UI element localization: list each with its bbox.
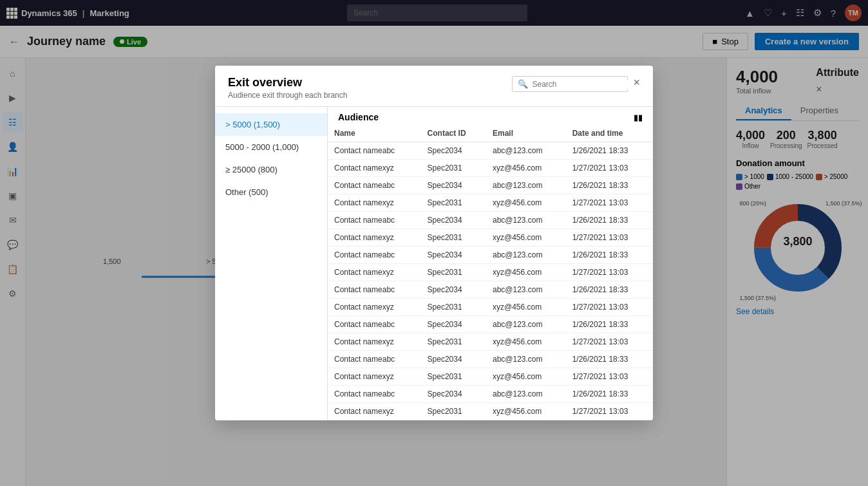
- table-row: Contact namexyz Spec2031 xyz@456.com 1/2…: [328, 229, 653, 247]
- cell-date: 1/26/2021 18:33: [566, 316, 653, 333]
- cell-date: 1/27/2021 13:03: [566, 229, 653, 247]
- cell-contact-id: Spec2034: [421, 316, 486, 333]
- cell-contact-id: Spec2034: [421, 386, 486, 403]
- modal-header: Exit overview Audience exit through each…: [215, 66, 653, 107]
- cell-email: abc@123.com: [486, 281, 566, 299]
- col-contact-id: Contact ID: [421, 125, 486, 142]
- table-row: Contact nameabc Spec2034 abc@123.com 1/2…: [328, 247, 653, 264]
- cell-email: xyz@456.com: [486, 194, 566, 212]
- table-row: Contact namexyz Spec2031 xyz@456.com 1/2…: [328, 368, 653, 386]
- cell-email: xyz@456.com: [486, 229, 566, 247]
- cell-date: 1/26/2021 18:33: [566, 177, 653, 194]
- cell-date: 1/26/2021 18:33: [566, 351, 653, 368]
- modal-list-item-0[interactable]: > 5000 (1,500): [215, 113, 327, 136]
- cell-date: 1/26/2021 18:33: [566, 281, 653, 299]
- cell-date: 1/27/2021 13:03: [566, 403, 653, 420]
- modal-list-item-2[interactable]: ≥ 25000 (800): [215, 158, 327, 181]
- modal-header-right: 🔍 ×: [512, 76, 640, 92]
- cell-name: Contact nameabc: [328, 316, 421, 333]
- cell-name: Contact namexyz: [328, 264, 421, 281]
- cell-contact-id: Spec2031: [421, 403, 486, 420]
- modal-subtitle: Audience exit through each branch: [228, 91, 347, 100]
- cell-name: Contact namexyz: [328, 333, 421, 351]
- cell-contact-id: Spec2034: [421, 212, 486, 229]
- modal-table-header-row: Audience ▮▮: [328, 107, 653, 125]
- cell-contact-id: Spec2034: [421, 281, 486, 299]
- cell-name: Contact nameabc: [328, 177, 421, 194]
- cell-email: xyz@456.com: [486, 333, 566, 351]
- cell-contact-id: Spec2034: [421, 247, 486, 264]
- cell-date: 1/27/2021 13:03: [566, 160, 653, 177]
- cell-date: 1/27/2021 13:03: [566, 368, 653, 386]
- cell-email: abc@123.com: [486, 177, 566, 194]
- modal-search-icon: 🔍: [518, 79, 528, 89]
- cell-name: Contact namexyz: [328, 299, 421, 316]
- cell-name: Contact nameabc: [328, 386, 421, 403]
- cell-date: 1/26/2021 18:33: [566, 247, 653, 264]
- modal-list-item-1[interactable]: 5000 - 2000 (1,000): [215, 136, 327, 158]
- cell-email: xyz@456.com: [486, 403, 566, 420]
- modal-close-button[interactable]: ×: [633, 76, 640, 89]
- cell-email: xyz@456.com: [486, 160, 566, 177]
- cell-contact-id: Spec2031: [421, 333, 486, 351]
- modal-search-input[interactable]: [532, 80, 628, 89]
- cell-name: Contact nameabc: [328, 212, 421, 229]
- table-row: Contact nameabc Spec2034 abc@123.com 1/2…: [328, 281, 653, 299]
- cell-contact-id: Spec2031: [421, 194, 486, 212]
- cell-contact-id: Spec2031: [421, 160, 486, 177]
- cell-name: Contact nameabc: [328, 142, 421, 160]
- cell-email: abc@123.com: [486, 212, 566, 229]
- exit-overview-modal: Exit overview Audience exit through each…: [215, 66, 653, 420]
- cell-name: Contact namexyz: [328, 368, 421, 386]
- cell-name: Contact namexyz: [328, 403, 421, 420]
- table-row: Contact nameabc Spec2034 abc@123.com 1/2…: [328, 351, 653, 368]
- cell-contact-id: Spec2031: [421, 264, 486, 281]
- cell-name: Contact namexyz: [328, 194, 421, 212]
- modal-table-area: Audience ▮▮ Name Contact ID Email Date a…: [328, 107, 653, 420]
- modal-body: > 5000 (1,500) 5000 - 2000 (1,000) ≥ 250…: [215, 107, 653, 420]
- cell-date: 1/27/2021 13:03: [566, 194, 653, 212]
- table-container[interactable]: Name Contact ID Email Date and time Cont…: [328, 125, 653, 420]
- cell-email: xyz@456.com: [486, 264, 566, 281]
- cell-name: Contact nameabc: [328, 247, 421, 264]
- modal-branch-list: > 5000 (1,500) 5000 - 2000 (1,000) ≥ 250…: [215, 107, 328, 420]
- table-row: Contact nameabc Spec2034 abc@123.com 1/2…: [328, 142, 653, 160]
- cell-email: abc@123.com: [486, 316, 566, 333]
- cell-date: 1/26/2021 18:33: [566, 142, 653, 160]
- table-header-row: Name Contact ID Email Date and time: [328, 125, 653, 142]
- col-name: Name: [328, 125, 421, 142]
- table-row: Contact nameabc Spec2034 abc@123.com 1/2…: [328, 386, 653, 403]
- modal-list-item-3[interactable]: Other (500): [215, 181, 327, 203]
- audience-label: Audience: [338, 112, 379, 122]
- cell-email: abc@123.com: [486, 351, 566, 368]
- cell-name: Contact nameabc: [328, 351, 421, 368]
- cell-date: 1/27/2021 13:03: [566, 264, 653, 281]
- cell-email: abc@123.com: [486, 142, 566, 160]
- table-row: Contact namexyz Spec2031 xyz@456.com 1/2…: [328, 299, 653, 316]
- audience-table: Name Contact ID Email Date and time Cont…: [328, 125, 653, 420]
- table-row: Contact namexyz Spec2031 xyz@456.com 1/2…: [328, 160, 653, 177]
- modal-overlay: Exit overview Audience exit through each…: [0, 0, 868, 486]
- cell-contact-id: Spec2034: [421, 142, 486, 160]
- cell-date: 1/27/2021 13:03: [566, 299, 653, 316]
- cell-email: abc@123.com: [486, 247, 566, 264]
- cell-contact-id: Spec2034: [421, 351, 486, 368]
- cell-date: 1/26/2021 18:33: [566, 386, 653, 403]
- cell-date: 1/27/2021 13:03: [566, 333, 653, 351]
- columns-icon[interactable]: ▮▮: [634, 113, 643, 122]
- modal-header-text: Exit overview Audience exit through each…: [228, 76, 347, 100]
- cell-email: xyz@456.com: [486, 368, 566, 386]
- table-row: Contact namexyz Spec2031 xyz@456.com 1/2…: [328, 264, 653, 281]
- cell-name: Contact nameabc: [328, 281, 421, 299]
- cell-email: abc@123.com: [486, 386, 566, 403]
- table-body: Contact nameabc Spec2034 abc@123.com 1/2…: [328, 142, 653, 420]
- table-row: Contact nameabc Spec2034 abc@123.com 1/2…: [328, 212, 653, 229]
- cell-contact-id: Spec2031: [421, 229, 486, 247]
- cell-contact-id: Spec2031: [421, 299, 486, 316]
- cell-email: xyz@456.com: [486, 299, 566, 316]
- table-row: Contact namexyz Spec2031 xyz@456.com 1/2…: [328, 403, 653, 420]
- table-row: Contact namexyz Spec2031 xyz@456.com 1/2…: [328, 194, 653, 212]
- modal-search-box[interactable]: 🔍: [512, 76, 628, 92]
- cell-date: 1/26/2021 18:33: [566, 212, 653, 229]
- cell-name: Contact namexyz: [328, 229, 421, 247]
